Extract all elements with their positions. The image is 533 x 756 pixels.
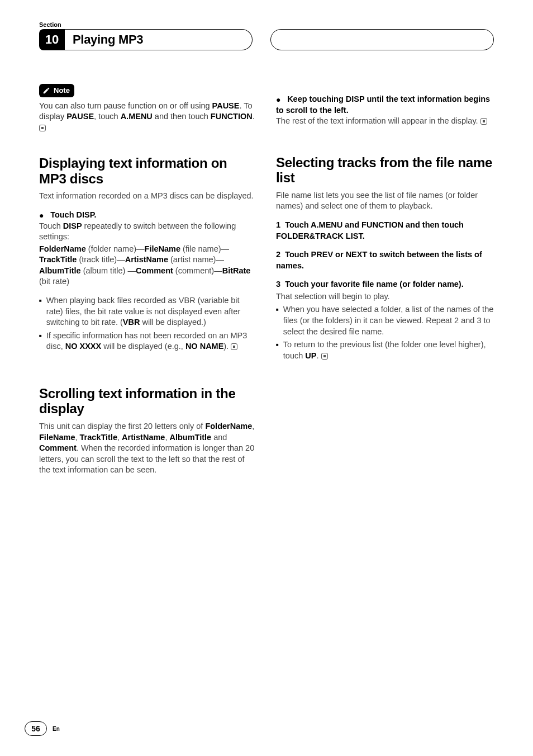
display-sequence: FolderName (folder name)—FileName (file … xyxy=(39,244,257,287)
step-text: Touch your favorite file name (or folder… xyxy=(285,280,464,289)
footer: 56 En xyxy=(25,721,60,736)
end-mark-icon xyxy=(231,343,237,350)
body-text: The rest of the text information will ap… xyxy=(276,116,478,125)
page-number: 56 xyxy=(25,721,47,736)
body-bold: ArtistName xyxy=(122,433,165,442)
language-code: En xyxy=(53,726,60,732)
numbered-step-3: 3 Touch your favorite file name (or fold… xyxy=(276,279,494,290)
list-item: ■ When playing back files recorded as VB… xyxy=(39,295,257,328)
note-badge: Note xyxy=(39,84,74,97)
seq-item: FolderName xyxy=(39,244,86,253)
seq-desc: (file name)— xyxy=(180,244,229,253)
body-bold: TrackTitle xyxy=(80,433,117,442)
seq-desc: (bit rate) xyxy=(39,277,69,286)
body-bold: AlbumTitle xyxy=(169,433,211,442)
paragraph: Touch DISP repeatedly to switch between … xyxy=(39,221,257,243)
note-text: and then touch xyxy=(153,112,211,121)
step-text: Touch DISP. xyxy=(50,210,96,219)
square-bullet-icon: ■ xyxy=(39,330,42,352)
step-text: Touch A.MENU and FUNCTION and then touch… xyxy=(276,220,464,240)
paragraph: That selection will begin to play. xyxy=(276,291,494,303)
li-text: . xyxy=(317,351,319,360)
chapter-number-badge: 10 xyxy=(39,29,65,50)
seq-item: ArtistName xyxy=(125,255,168,264)
chapter-title-pill: Playing MP3 xyxy=(63,29,253,50)
body-bold: Comment xyxy=(39,443,77,452)
body-bold: FileName xyxy=(39,433,75,442)
right-column: ● Keep touching DISP until the text info… xyxy=(276,84,494,484)
body-text: , xyxy=(75,433,79,442)
step-touch-disp: ● Touch DISP. xyxy=(39,210,257,221)
step-text: Keep touching DISP until the text inform… xyxy=(276,94,490,115)
seq-desc: (comment)— xyxy=(173,266,222,275)
numbered-step-2: 2 Touch PREV or NEXT to switch between t… xyxy=(276,249,494,271)
step-keep-touching-disp: ● Keep touching DISP until the text info… xyxy=(276,94,494,116)
list-item: ■ To return to the previous list (the fo… xyxy=(276,339,494,361)
heading-display-text-info: Displaying text information on MP3 discs xyxy=(39,155,257,186)
seq-desc: (track title)— xyxy=(77,255,125,264)
seq-item: TrackTitle xyxy=(39,255,77,264)
header-row: 10 Playing MP3 xyxy=(39,29,494,50)
square-bullet-icon: ■ xyxy=(276,304,279,337)
paragraph: Text information recorded on a MP3 discs… xyxy=(39,191,257,202)
li-text: will be displayed.) xyxy=(140,318,206,327)
note-bold: A.MENU xyxy=(121,112,153,121)
body-text: This unit can display the first 20 lette… xyxy=(39,422,205,431)
seq-item: BitRate xyxy=(222,266,251,275)
seq-desc: (folder name)— xyxy=(86,244,145,253)
chapter-title: Playing MP3 xyxy=(73,32,143,47)
pencil-icon xyxy=(42,87,50,94)
square-bullet-icon: ■ xyxy=(276,339,279,361)
end-mark-icon xyxy=(480,118,487,125)
seq-desc: (album title) — xyxy=(81,266,136,275)
body-text: and xyxy=(211,433,227,442)
li-bold: NO XXXX xyxy=(65,342,101,351)
note-bold: PAUSE xyxy=(66,112,94,121)
seq-item: AlbumTitle xyxy=(39,266,81,275)
note-body: You can also turn pause function on or o… xyxy=(39,101,257,134)
note-bold: FUNCTION xyxy=(211,112,253,121)
numbered-step-1: 1 Touch A.MENU and FUNCTION and then tou… xyxy=(276,220,494,242)
body-bold: FolderName xyxy=(205,422,252,431)
section-label: Section xyxy=(39,21,494,28)
blank-pill-right xyxy=(270,29,494,50)
end-mark-icon xyxy=(321,353,328,360)
li-bold: UP xyxy=(305,351,316,360)
body-text: , xyxy=(117,433,122,442)
li-bold: NO NAME xyxy=(185,342,223,351)
note-label: Note xyxy=(54,86,70,96)
seq-item: Comment xyxy=(136,266,173,275)
list-item: ■ If specific information has not been r… xyxy=(39,330,257,352)
paragraph: The rest of the text information will ap… xyxy=(276,116,494,127)
end-mark-icon xyxy=(39,125,46,131)
li-text: ). xyxy=(223,342,229,351)
note-bold: PAUSE xyxy=(212,101,240,110)
li-text: When you have selected a folder, a list … xyxy=(283,304,494,337)
body-bold: DISP xyxy=(63,221,82,230)
list-item: ■ When you have selected a folder, a lis… xyxy=(276,304,494,337)
paragraph: File name list lets you see the list of … xyxy=(276,190,494,212)
body-text: Touch xyxy=(39,221,63,230)
note-text: , touch xyxy=(94,112,121,121)
li-text: will be displayed (e.g., xyxy=(101,342,185,351)
li-bold: VBR xyxy=(123,318,140,327)
left-column: Note You can also turn pause function on… xyxy=(39,84,257,484)
body-text: , xyxy=(252,422,254,431)
note-text: You can also turn pause function on or o… xyxy=(39,101,212,110)
square-bullet-icon: ■ xyxy=(39,295,42,328)
paragraph: This unit can display the first 20 lette… xyxy=(39,421,257,476)
step-text: Touch PREV or NEXT to switch between the… xyxy=(276,250,482,270)
seq-desc: (artist name)— xyxy=(168,255,224,264)
heading-scrolling-text: Scrolling text information in the displa… xyxy=(39,386,257,417)
heading-selecting-tracks: Selecting tracks from the file name list xyxy=(276,155,494,186)
seq-item: FileName xyxy=(145,244,180,253)
